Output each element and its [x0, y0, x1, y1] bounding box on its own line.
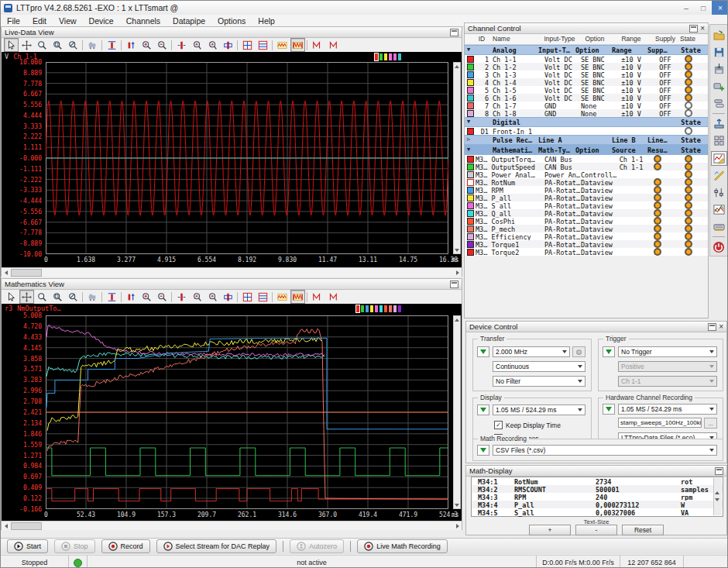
- legend-color-bar[interactable]: [384, 305, 387, 312]
- grid-minus-icon[interactable]: [256, 38, 270, 52]
- legend-color-bar[interactable]: [398, 53, 401, 60]
- state-led[interactable]: [685, 233, 692, 239]
- channel-color-swatch[interactable]: [467, 102, 474, 109]
- grid-plus-icon[interactable]: [240, 38, 255, 52]
- channel-group-row[interactable]: ▼DigitalState: [465, 117, 708, 127]
- math-display-scrollbar[interactable]: [713, 478, 722, 515]
- scroll-left-icon[interactable]: [2, 269, 10, 277]
- live-hscrollbar[interactable]: [2, 267, 462, 277]
- upload-icon[interactable]: [711, 116, 727, 131]
- state-led[interactable]: [685, 64, 692, 70]
- channel-row[interactable]: M3… Power Anal…Power An…Controll…: [465, 170, 708, 178]
- mag-right-icon[interactable]: [205, 38, 220, 52]
- channel-row[interactable]: M3… Torque2PA-Rotat…Dataview: [465, 248, 708, 256]
- state-led[interactable]: [685, 187, 692, 193]
- recording-file-input[interactable]: stamp_sweeps_100Hz_100kHz_4MHz.eco: [618, 418, 702, 428]
- channel-row[interactable]: M3… Torque1PA-Rotat…Dataview: [465, 240, 708, 248]
- channel-color-swatch[interactable]: [467, 241, 474, 248]
- text-size-minus-button[interactable]: -: [575, 525, 617, 535]
- scroll-left-icon[interactable]: [2, 522, 10, 530]
- wave-a-icon[interactable]: [275, 38, 290, 52]
- grid-plus-icon[interactable]: [240, 290, 255, 304]
- maximize-icon[interactable]: □: [695, 1, 712, 15]
- power-icon[interactable]: [711, 239, 727, 254]
- legend-color-bar[interactable]: [389, 305, 392, 312]
- channel-row[interactable]: D1Front-In 1: [465, 127, 708, 135]
- channel-color-swatch[interactable]: [467, 164, 474, 170]
- math-display-row[interactable]: M34:1RotNum2734rot: [472, 477, 723, 485]
- legend-color-bar[interactable]: [375, 53, 378, 60]
- state-led[interactable]: [685, 249, 692, 255]
- wave-b-icon[interactable]: [290, 290, 305, 304]
- channel-group-row[interactable]: ▷Pulse Rec…Line ALine BLine…State: [465, 135, 708, 145]
- scroll-right-icon[interactable]: [453, 269, 462, 277]
- scroll-thumb[interactable]: [11, 522, 42, 530]
- legend-color-bar[interactable]: [370, 305, 373, 312]
- legend-color-bar[interactable]: [361, 305, 364, 312]
- train-icon[interactable]: [85, 38, 100, 52]
- result-led[interactable]: [654, 194, 661, 201]
- column-header-state[interactable]: State: [668, 35, 708, 43]
- channel-row[interactable]: M3… OutputTorq…CAN BusCh 1-1: [465, 155, 708, 163]
- channel-color-swatch[interactable]: [467, 79, 474, 86]
- scroll-up-icon[interactable]: [454, 316, 460, 323]
- state-led[interactable]: [685, 71, 692, 77]
- train-icon[interactable]: [85, 290, 100, 304]
- start-button[interactable]: Start: [7, 539, 48, 553]
- mark-right-icon[interactable]: [325, 290, 340, 304]
- scroll-down-icon[interactable]: [715, 501, 719, 515]
- scroll-down-icon[interactable]: [454, 246, 460, 253]
- channel-color-swatch[interactable]: [467, 64, 474, 71]
- save-stream-icon[interactable]: [711, 62, 727, 77]
- state-led[interactable]: [685, 171, 692, 177]
- channel-row[interactable]: 8Ch 1-8GNDNone±10 VOFF: [465, 109, 708, 117]
- mag-plus-icon[interactable]: [139, 290, 154, 304]
- trigger-type-select[interactable]: No Trigger: [618, 346, 717, 357]
- menu-item-edit[interactable]: Edit: [26, 16, 53, 26]
- channel-color-swatch[interactable]: [467, 179, 474, 186]
- channel-color-swatch[interactable]: [467, 233, 474, 240]
- column-header-inputtype[interactable]: Input-Type: [538, 35, 581, 43]
- channel-color-swatch[interactable]: [467, 194, 474, 201]
- state-led[interactable]: [685, 241, 692, 247]
- channel-row[interactable]: M3… RotNumPA-Rotat…Dataview: [465, 178, 708, 186]
- state-led[interactable]: [685, 128, 692, 134]
- math-plot[interactable]: r3NmOutputTo…5.0084.7204.4334.1453.8583.…: [2, 304, 462, 521]
- channel-control-header[interactable]: Channel Control ×: [465, 23, 708, 34]
- mark-right-icon[interactable]: [325, 38, 340, 52]
- channel-row[interactable]: 3Ch 1-3Volt DCSE BNC±10 VOFF: [465, 71, 708, 78]
- chart-canvas[interactable]: [46, 62, 448, 254]
- channel-color-swatch[interactable]: [467, 156, 474, 163]
- channel-row[interactable]: 2Ch 1-2Volt DCSE BNC±10 VOFF: [465, 63, 708, 71]
- channel-row[interactable]: 6Ch 1-6Volt DCSE BNC±10 VOFF: [465, 94, 708, 102]
- float-panel-icon[interactable]: [715, 467, 723, 475]
- state-led[interactable]: [685, 110, 692, 116]
- state-led[interactable]: [685, 210, 692, 216]
- result-led[interactable]: [654, 156, 661, 162]
- scan-devices-icon[interactable]: [711, 96, 727, 111]
- grid-view-icon[interactable]: [711, 133, 727, 148]
- save-icon[interactable]: [711, 45, 727, 60]
- collapse-icon[interactable]: ▼: [467, 146, 470, 153]
- channel-row[interactable]: M3… Q_allPA-Rotat…Dataview: [465, 209, 708, 217]
- math-display-row[interactable]: M34:4P_all0,000273112W: [472, 501, 723, 508]
- result-led[interactable]: [654, 225, 661, 232]
- mag-minus-icon[interactable]: [155, 290, 170, 304]
- live-data-view-header[interactable]: Live-Data View: [2, 27, 462, 38]
- math-display-row[interactable]: M34:2RMSCOUNT500001samples: [472, 485, 723, 493]
- ybar-r-icon[interactable]: [174, 290, 189, 304]
- state-led[interactable]: [685, 194, 692, 201]
- zoom-off-icon[interactable]: [66, 290, 81, 304]
- legend-color-bar[interactable]: [379, 305, 383, 312]
- channel-row[interactable]: M3… CosPhiPA-Rotat…Dataview: [465, 217, 708, 225]
- float-panel-icon[interactable]: [450, 29, 458, 36]
- channel-row[interactable]: M3… EfficiencyPA-Rotat…Dataview: [465, 232, 708, 240]
- record-button[interactable]: Record: [101, 539, 150, 553]
- menu-item-channels[interactable]: Channels: [120, 16, 167, 26]
- channel-color-swatch[interactable]: [467, 128, 474, 135]
- column-header-option[interactable]: Option: [575, 35, 614, 43]
- mixer-icon[interactable]: [711, 185, 727, 200]
- zoom-area-icon[interactable]: [50, 38, 65, 52]
- float-panel-icon[interactable]: [450, 281, 458, 288]
- legend-color-bar[interactable]: [366, 305, 369, 312]
